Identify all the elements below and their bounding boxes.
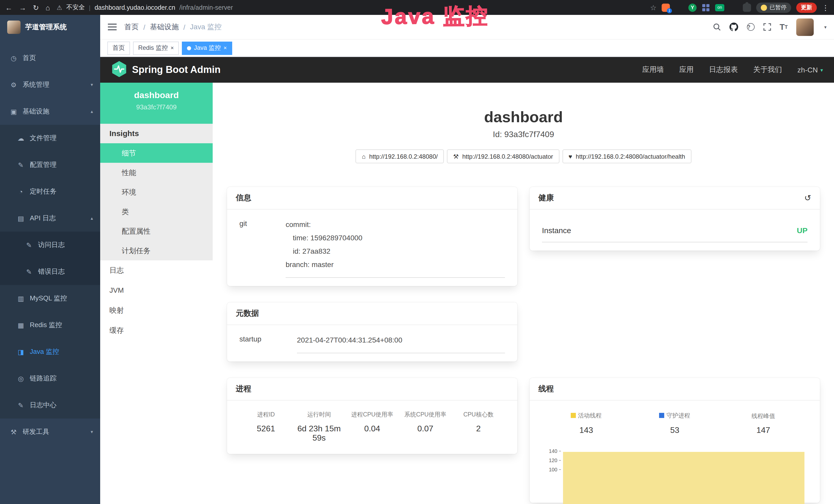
app-title: 芋道管理系统 xyxy=(25,23,67,32)
address-bar[interactable]: ⚠ 不安全 | dashboard.yudao.iocoder.cn/infra… xyxy=(57,3,233,12)
reload-icon[interactable]: ↻ xyxy=(33,4,39,11)
service-url-link[interactable]: ⌂http://192.168.0.2:48080/ xyxy=(356,150,444,163)
sba-item-mappings[interactable]: 映射 xyxy=(100,300,213,320)
history-icon[interactable]: ↺ xyxy=(804,193,811,203)
breadcrumb-infra[interactable]: 基础设施 xyxy=(150,22,179,31)
sidebar-item-file-mgmt[interactable]: ☁文件管理 xyxy=(0,125,100,152)
sba-nav-journal[interactable]: 日志报表 xyxy=(709,65,738,74)
tab-redis-monitor[interactable]: Redis 监控× xyxy=(133,41,179,55)
user-avatar[interactable] xyxy=(796,18,814,36)
breadcrumb-home[interactable]: 首页 xyxy=(124,22,139,31)
sba-brand[interactable]: Spring Boot Admin xyxy=(132,64,221,75)
sba-item-caches[interactable]: 缓存 xyxy=(100,320,213,340)
threads-card-header: 线程 xyxy=(530,378,820,400)
health-url-link[interactable]: ♥http://192.168.0.2:48080/actuator/healt… xyxy=(562,150,691,163)
sidebar-item-infrastructure[interactable]: ▣基础设施▴ xyxy=(0,98,100,125)
home-icon[interactable]: ⌂ xyxy=(45,4,50,11)
browser-menu-icon[interactable]: ⋮ xyxy=(822,3,829,12)
sidebar-item-home[interactable]: ◷首页 xyxy=(0,45,100,71)
sidebar-item-scheduled-jobs[interactable]: ◔定时任务 xyxy=(0,178,100,205)
app-logo xyxy=(7,21,21,34)
sba-item-environment[interactable]: 环境 xyxy=(100,182,213,202)
fullscreen-icon[interactable] xyxy=(763,23,771,31)
sidebar-item-dev-tools[interactable]: ⚒研发工具▾ xyxy=(0,418,100,445)
info-card-body: git commit: time: 1596289704000 id: 27aa… xyxy=(227,209,517,286)
close-icon[interactable]: × xyxy=(223,45,227,51)
sba-insights-group: Insights 细节 性能 环境 类 配置属性 计划任务 xyxy=(100,124,213,260)
back-icon[interactable]: ← xyxy=(5,4,12,11)
sba-header: Spring Boot Admin 应用墙 应用 日志报表 关于我们 zh-CN… xyxy=(100,57,834,83)
sidebar-item-java-monitor[interactable]: ◨Java 监控 xyxy=(0,338,100,365)
extension-drop-icon[interactable] xyxy=(675,3,683,12)
sba-logo-icon xyxy=(111,60,127,79)
search-icon[interactable] xyxy=(713,23,721,31)
github-icon[interactable] xyxy=(729,23,738,31)
sidebar-item-log-center[interactable]: ✎日志中心 xyxy=(0,392,100,418)
sba-nav-applications[interactable]: 应用 xyxy=(679,65,694,74)
threads-card: 线程 活动线程143 守护进程53 线程峰值147 140 120 xyxy=(530,378,820,503)
sidebar-logo-row[interactable]: 芋道管理系统 xyxy=(0,15,100,40)
paused-pill[interactable]: 已暂停 xyxy=(756,2,791,13)
doc-edit-icon: ✎ xyxy=(25,241,34,249)
help-icon[interactable]: ? xyxy=(747,23,754,31)
sba-nav-about[interactable]: 关于我们 xyxy=(753,65,782,74)
sba-nav-wallboard[interactable]: 应用墙 xyxy=(642,65,664,74)
chrome-update-button[interactable]: 更新 xyxy=(796,2,817,13)
sidebar-item-system-mgmt[interactable]: ⚙系统管理▾ xyxy=(0,71,100,98)
sba-language-select[interactable]: zh-CN▾ xyxy=(797,66,823,74)
extension-grid-icon[interactable] xyxy=(702,3,710,12)
sba-item-jvm[interactable]: JVM xyxy=(100,280,213,300)
instance-id: 93a3fc7f7409 xyxy=(100,103,213,111)
heartbeat-icon: ♥ xyxy=(568,153,572,160)
sba-item-scheduled-tasks[interactable]: 计划任务 xyxy=(100,241,213,260)
info-value: commit: time: 1596289704000 id: 27aa832 … xyxy=(286,218,505,278)
extension-orange-icon[interactable]: 1 xyxy=(662,3,670,12)
font-size-icon[interactable]: TT xyxy=(780,22,788,31)
sba-item-classes[interactable]: 类 xyxy=(100,202,213,221)
sba-item-logs[interactable]: 日志 xyxy=(100,260,213,280)
extension-leaf-icon[interactable] xyxy=(729,3,738,12)
tags-view-bar: 首页 Redis 监控× Java 监控× xyxy=(100,40,834,57)
health-card-header: 健康 ↺ xyxy=(530,187,820,209)
sba-item-config-props[interactable]: 配置属性 xyxy=(100,221,213,241)
chevron-down-icon: ▾ xyxy=(820,67,823,73)
timer-icon: ◔ xyxy=(17,188,25,196)
sidebar-item-access-logs[interactable]: ✎访问日志 xyxy=(0,232,100,258)
threads-chart: 140 120 100 xyxy=(542,448,808,495)
sidebar-item-mysql-monitor[interactable]: ▥MySQL 监控 xyxy=(0,285,100,312)
monitor-icon: ▣ xyxy=(9,108,18,115)
metadata-card: 元数据 startup 2021-04-27T00:44:31.254+08:0… xyxy=(227,302,517,362)
sidebar-item-redis-monitor[interactable]: ▦Redis 监控 xyxy=(0,312,100,338)
wrench-icon: ⚒ xyxy=(453,153,459,160)
extension-on-toggle-icon[interactable]: on xyxy=(715,4,724,11)
sidebar-item-config-mgmt[interactable]: ✎配置管理 xyxy=(0,152,100,178)
info-card-header: 信息 xyxy=(227,187,517,209)
chevron-up-icon: ▴ xyxy=(91,109,93,114)
sidebar-item-tracing[interactable]: ◎链路追踪 xyxy=(0,365,100,392)
top-navbar: 首页 / 基础设施 / Java 监控 ? TT ▾ xyxy=(100,15,834,40)
active-threads-swatch xyxy=(571,413,576,418)
actuator-url-link[interactable]: ⚒http://192.168.0.2:48080/actuator xyxy=(447,150,559,163)
y-tick: 140 xyxy=(542,448,557,454)
tab-home[interactable]: 首页 xyxy=(107,41,130,55)
close-icon[interactable]: × xyxy=(171,45,174,51)
extensions-puzzle-icon[interactable] xyxy=(743,3,751,12)
health-card-body: Instance UP xyxy=(530,209,820,251)
y-tick: 120 xyxy=(542,458,557,463)
sba-item-metrics[interactable]: 性能 xyxy=(100,163,213,182)
sba-instance-box[interactable]: dashboard 93a3fc7f7409 xyxy=(100,83,213,124)
extension-green-y-icon[interactable]: Y xyxy=(688,3,697,12)
dashboard-icon: ◷ xyxy=(9,54,18,62)
hamburger-icon[interactable] xyxy=(108,24,117,30)
sidebar-item-api-logs[interactable]: ▤API 日志▴ xyxy=(0,205,100,232)
sba-item-details[interactable]: 细节 xyxy=(100,143,213,163)
sba-sidebar: dashboard 93a3fc7f7409 Insights 细节 性能 环境… xyxy=(100,83,213,504)
tab-java-monitor[interactable]: Java 监控× xyxy=(182,41,232,55)
bookmark-star-icon[interactable]: ☆ xyxy=(650,3,657,12)
info-card: 信息 git commit: time: 1596289704000 id: 2… xyxy=(227,187,517,286)
forward-icon[interactable]: → xyxy=(19,4,26,11)
admin-sidebar: 芋道管理系统 ◷首页 ⚙系统管理▾ ▣基础设施▴ ☁文件管理 ✎配置管理 ◔定时… xyxy=(0,15,100,504)
cards-grid: 信息 git commit: time: 1596289704000 id: 2… xyxy=(227,187,820,503)
sidebar-item-error-logs[interactable]: ✎错误日志 xyxy=(0,258,100,285)
paused-label: 已暂停 xyxy=(770,4,787,11)
